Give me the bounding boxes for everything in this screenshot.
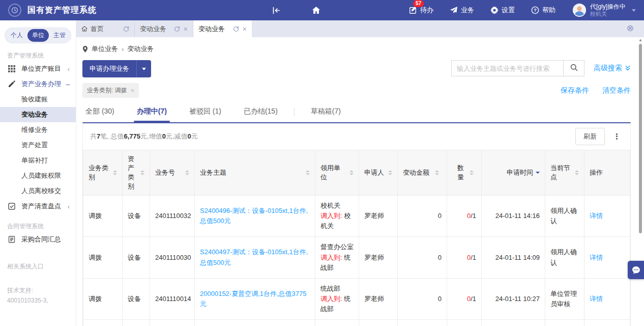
help-menu-item[interactable]: ? 帮助 [531, 6, 555, 15]
scrollbar-thumb[interactable] [639, 44, 642, 233]
summary-text: 共7笔, 总值6,775元,增值0元,减值0元 [90, 132, 198, 141]
sidebar-item-repair[interactable]: 维修业务 [0, 122, 76, 138]
filter-tag-close-icon[interactable]: × [131, 87, 135, 94]
sidebar-item-disposal[interactable]: 资产处置 [0, 138, 76, 153]
search-input[interactable] [451, 60, 563, 76]
search-button[interactable] [563, 60, 584, 76]
avatar [573, 4, 586, 17]
subject-link[interactable]: S2400496-测试：设备-0105xt,1台件,总值500元 [200, 207, 308, 225]
apply-dropdown-button[interactable] [137, 60, 151, 77]
tab-refresh-icon[interactable] [123, 26, 129, 32]
col-current-node[interactable]: 当前节点 [545, 150, 584, 196]
tab-refresh-icon[interactable] [233, 26, 239, 32]
breadcrumb: 单位业务 › 变动业务 [82, 42, 631, 56]
advanced-search-link[interactable]: 高级搜索 [594, 64, 631, 73]
detail-link[interactable]: 详情 [590, 212, 603, 220]
cell-use-org: 校机关调入到: 校机关 [315, 196, 359, 237]
cell-asset-type: 设备 [123, 196, 150, 237]
sidebar-item-asset-business[interactable]: 资产业务办理 – [0, 76, 76, 92]
col-use-org[interactable]: 领用单位 [315, 150, 359, 196]
col-amount[interactable]: 变动金额 [398, 150, 447, 196]
tab-close-icon[interactable]: × [184, 25, 188, 33]
apply-business-button[interactable]: 申请办理业务 [82, 60, 151, 77]
apply-business-label[interactable]: 申请办理业务 [82, 60, 137, 77]
transfer-label: 调入到: [320, 295, 342, 303]
user-menu[interactable]: 代[gly]操作中 校机关 [573, 3, 636, 18]
sidebar-item-unit-asset-accounts[interactable]: 单位资产账目 ‹ [0, 61, 76, 76]
col-apply-time[interactable]: 申请时间 [482, 150, 545, 196]
col-action: 操作 [584, 150, 630, 196]
sidebar-item-purchase-contract[interactable]: 采购合同汇总 [0, 232, 76, 247]
cell-subject: 20000152-夏普空调,1台件,总值3775元 [195, 278, 315, 319]
col-applicant[interactable]: 申请人 [359, 150, 398, 196]
col-subject[interactable]: 业务主题 [195, 150, 315, 196]
transfer-label: 调入到: [320, 254, 342, 261]
subject-link[interactable]: S2400497-测试：设备-0105xt,1台件,总值500元 [200, 248, 308, 266]
role-tab-supervisor[interactable]: 主管 [49, 29, 70, 42]
role-tab-personal[interactable]: 个人 [6, 29, 27, 42]
cell-applicant: 罗老师 [359, 320, 398, 326]
sidebar-item-leave-transfer[interactable]: 人员离校移交 [0, 183, 76, 199]
sidebar-item-account-permission[interactable]: 人员建账权限 [0, 168, 76, 183]
sidebar-item-change-business[interactable]: 变动业务 [0, 107, 76, 122]
status-tab-all[interactable]: 全部 (30) [82, 105, 118, 122]
chevron-down-icon [142, 68, 146, 70]
subject-link[interactable]: 20000152-夏普空调,1台件,总值3775元 [200, 290, 307, 308]
sidebar-collapse-icon[interactable] [272, 7, 280, 14]
status-tab-processing[interactable]: 办理中(7) [134, 105, 170, 122]
cell-category: 调拨 [83, 196, 123, 237]
col-category[interactable]: 业务类别 [83, 150, 123, 196]
scroll-up-arrow-icon[interactable]: ▲ [638, 38, 643, 43]
cell-subject: S2400498-测试：设备-0105xt,1台件,总值500元 [195, 320, 315, 326]
cell-quantity: 0/1 [447, 237, 482, 278]
detail-link[interactable]: 详情 [590, 254, 603, 261]
col-quantity[interactable]: 数量 [447, 150, 482, 196]
breadcrumb-parent[interactable]: 单位业务 [92, 44, 118, 53]
help-label: 帮助 [542, 6, 555, 15]
settings-label: 设置 [502, 6, 515, 15]
detail-link[interactable]: 详情 [590, 295, 603, 303]
main-layout: 个人 单位 主管 资产管理系统 单位资产账目 ‹ 资产业务办理 – 验收建账 [0, 20, 644, 326]
role-switcher: 个人 单位 主管 [5, 28, 71, 43]
tab-close-icon[interactable]: × [243, 25, 247, 33]
role-tab-unit[interactable]: 单位 [27, 29, 49, 42]
home-small-icon [81, 26, 87, 32]
sidebar-item-label: 采购合同汇总 [21, 235, 61, 244]
save-conditions-link[interactable]: 保存条件 [561, 86, 589, 95]
cell-use-org: 统战部调入到: 统战部 [315, 278, 359, 319]
sidebar-item-inventory-check[interactable]: 资产清查盘点 ‹ [0, 199, 76, 214]
column-settings-icon[interactable]: ⋮ [613, 132, 621, 141]
status-tabs: 全部 (30) 办理中(7) 被驳回 (1) 已办结(15) 草稿箱(7) [82, 105, 631, 122]
business-label: 业务 [461, 6, 474, 15]
sidebar-section-contract-system: 合同管理系统 [7, 222, 76, 231]
home-icon[interactable] [312, 6, 320, 14]
cell-biz-no: 2401110013 [150, 320, 195, 326]
tab-home[interactable]: 首页 [76, 20, 135, 37]
sidebar-item-reprint[interactable]: 单据补打 [0, 153, 76, 168]
status-tab-completed[interactable]: 已办结(15) [241, 105, 281, 122]
settings-menu-item[interactable]: 设置 [490, 6, 515, 15]
todo-menu-item[interactable]: 待办 57 [409, 6, 433, 15]
vertical-scrollbar[interactable]: ▲ [638, 38, 643, 326]
status-tab-rejected[interactable]: 被驳回 (1) [186, 105, 224, 122]
filter-tag-label: 业务类别: [87, 86, 113, 95]
filter-row: 业务类别: 调拨 × 保存条件 清空条件 [82, 83, 631, 98]
sidebar-item-acceptance[interactable]: 验收建账 [0, 92, 76, 107]
cell-amount: 0 [398, 237, 447, 278]
business-menu-item[interactable]: 业务 [450, 6, 474, 15]
tab-refresh-icon[interactable] [174, 26, 180, 32]
close-all-tabs-icon[interactable]: ⊗ [627, 24, 634, 33]
clear-conditions-link[interactable]: 清空条件 [602, 86, 631, 95]
sidebar-section-asset-system: 资产管理系统 [7, 51, 76, 60]
refresh-button[interactable]: 刷新 [575, 128, 605, 145]
col-asset-type[interactable]: 资产类别 [123, 150, 150, 196]
tab-change-business-2-active[interactable]: 变动业务 × [193, 20, 252, 37]
status-tab-drafts[interactable]: 草稿箱(7) [308, 105, 344, 122]
speech-bubble-icon [632, 266, 640, 275]
chat-fab-button[interactable] [628, 261, 644, 279]
cell-biz-no: 2401110032 [150, 196, 195, 237]
col-biz-no[interactable]: 业务号 [150, 150, 195, 196]
tab-change-business-1[interactable]: 变动业务 × [135, 20, 193, 37]
tab-label: 变动业务 [140, 24, 166, 34]
search-icon [570, 64, 578, 73]
